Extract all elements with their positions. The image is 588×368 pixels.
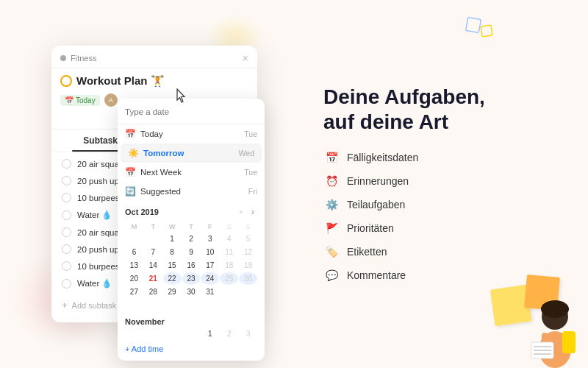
add-time-button[interactable]: + Add time (118, 340, 265, 353)
priorities-label: Prioritäten (347, 222, 394, 234)
cal-day-28[interactable]: 28 (144, 286, 162, 298)
day-header-t2: T (182, 222, 201, 232)
cal-day-5[interactable]: 5 (239, 233, 257, 245)
dates-label: Fälligkeitsdaten (347, 152, 418, 163)
today-icon: 📅 (125, 129, 136, 139)
subtask-circle[interactable] (62, 279, 71, 289)
cal-day-10[interactable]: 10 (201, 246, 219, 258)
cal-day-9[interactable]: 9 (182, 246, 201, 258)
cal-empty: · (125, 233, 143, 245)
cal-day-13[interactable]: 13 (125, 259, 143, 272)
cal-prev[interactable]: ◦ (237, 207, 245, 217)
task-title: Workout Plan 🏋 (76, 74, 165, 88)
nextweek-day: Tue (244, 168, 257, 177)
subtask-circle[interactable] (62, 261, 71, 271)
subtask-circle[interactable] (62, 227, 71, 237)
header-left: Fitness (60, 54, 96, 63)
cal-day-17[interactable]: 17 (201, 259, 219, 272)
cal-day-18[interactable]: 18 (220, 259, 238, 272)
subtask-circle[interactable] (62, 159, 71, 169)
calendar-icon: 📅 (65, 96, 74, 105)
subtask-circle[interactable] (62, 210, 71, 220)
fitness-label: Fitness (71, 54, 96, 63)
cal-day-27[interactable]: 27 (125, 286, 143, 298)
november-grid: · · · · 1 2 3 (118, 328, 265, 340)
today-day: Tue (244, 130, 257, 138)
cal-next[interactable]: › (248, 207, 257, 217)
cal-day-4[interactable]: 4 (220, 233, 238, 245)
task-window-header: Fitness × (51, 46, 257, 68)
svg-rect-3 (562, 331, 576, 353)
suggested-icon: 🔄 (125, 186, 136, 197)
heading-line2: auf deine Art (323, 110, 448, 133)
day-header-f: F (201, 222, 219, 232)
due-date-label: Today (76, 96, 96, 105)
cal-day-12[interactable]: 12 (239, 246, 257, 258)
nov-empty: · (182, 328, 201, 340)
day-header-w: W (163, 222, 182, 232)
cal-day-24[interactable]: 24 (201, 272, 219, 285)
add-subtask-label: Add subtask (72, 301, 117, 310)
right-panel: Deine Aufgaben, auf deine Art 📅 Fälligke… (309, 0, 588, 368)
cal-day-11[interactable]: 11 (220, 246, 238, 258)
nov-day-2[interactable]: 2 (220, 328, 238, 340)
feature-item-subtasks: ⚙️ Teilaufgaben (323, 197, 566, 213)
close-button[interactable]: × (243, 53, 248, 63)
heading-line1: Deine Aufgaben, (323, 85, 485, 108)
cal-day-6[interactable]: 6 (125, 246, 143, 258)
nextweek-icon: 📅 (125, 167, 136, 177)
cal-day-21[interactable]: 21 (144, 272, 162, 285)
cal-day-3[interactable]: 3 (201, 233, 219, 245)
cal-day-31[interactable]: 31 (201, 286, 219, 298)
svg-rect-9 (466, 18, 481, 33)
nov-day-3[interactable]: 3 (239, 328, 257, 340)
cal-day-1[interactable]: 1 (163, 233, 182, 245)
tags-icon: 🏷️ (323, 244, 340, 260)
assignee-avatar: A (104, 93, 118, 107)
subtask-text: Water 💧 (77, 210, 112, 220)
cal-day-2[interactable]: 2 (182, 233, 201, 245)
calendar-grid: M T W T F S S · · 1 2 3 4 5 6 (125, 222, 257, 311)
suggested-label: Suggested (140, 187, 181, 196)
main-heading: Deine Aufgaben, auf deine Art (323, 85, 566, 134)
due-date-badge[interactable]: 📅 Today (60, 95, 100, 106)
date-option-nextweek[interactable]: 📅 Next Week Tue (118, 163, 265, 182)
person-illustration (526, 272, 584, 368)
date-search-input[interactable] (125, 107, 257, 116)
cal-day-23[interactable]: 23 (182, 272, 201, 285)
reminders-label: Erinnerungen (347, 175, 409, 187)
suggested-day: Fri (248, 187, 257, 196)
date-option-tomorrow[interactable]: ☀️ Tomorrow Wed (121, 144, 262, 163)
cal-day-29[interactable]: 29 (163, 286, 182, 298)
task-title-row: Workout Plan 🏋 (51, 68, 257, 91)
november-label: November (118, 314, 265, 328)
reminders-icon: ⏰ (323, 173, 340, 189)
cal-day-19[interactable]: 19 (239, 259, 257, 272)
day-header-s: S (220, 222, 238, 232)
cal-day-7[interactable]: 7 (144, 246, 162, 258)
nov-day-1[interactable]: 1 (201, 328, 219, 340)
subtask-circle[interactable] (62, 244, 71, 254)
calendar-section: Oct 2019 ◦ › M T W T F S S · · (118, 201, 265, 314)
cal-day-25[interactable]: 25 (220, 272, 238, 285)
subtask-circle[interactable] (62, 193, 71, 202)
tomorrow-label: Tomorrow (143, 149, 184, 158)
cal-day-26[interactable]: 26 (239, 272, 257, 285)
cal-day-22[interactable]: 22 (163, 272, 182, 285)
subtask-circle[interactable] (62, 176, 71, 185)
subtasks-label: Teilaufgaben (347, 199, 405, 210)
comments-icon: 💬 (323, 267, 340, 283)
calendar-month-header: Oct 2019 ◦ › (125, 207, 257, 217)
day-header-s2: S (239, 222, 257, 232)
cal-day-20[interactable]: 20 (125, 272, 143, 285)
date-option-today[interactable]: 📅 Today Tue (118, 124, 265, 144)
feature-item-priorities: 🚩 Prioritäten (323, 220, 566, 236)
date-option-suggested[interactable]: 🔄 Suggested Fri (118, 182, 265, 201)
cal-day-8[interactable]: 8 (163, 246, 182, 258)
task-status-circle[interactable] (60, 75, 72, 87)
cal-day-16[interactable]: 16 (182, 259, 201, 272)
cal-day-15[interactable]: 15 (163, 259, 182, 272)
day-header-m: M (125, 222, 143, 232)
cal-day-30[interactable]: 30 (182, 286, 201, 298)
cal-day-14[interactable]: 14 (144, 259, 162, 272)
